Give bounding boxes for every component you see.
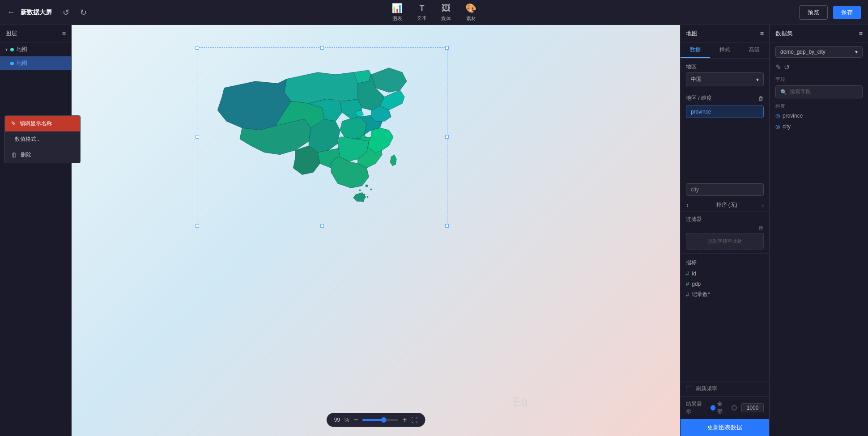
- back-button[interactable]: ←: [7, 8, 15, 17]
- metric-hash-2: #: [686, 280, 689, 287]
- svg-point-3: [370, 188, 372, 190]
- svg-point-5: [362, 200, 364, 202]
- layer-dot-blue: [10, 62, 14, 65]
- layer-dot-teal: [10, 48, 14, 51]
- dim-section-label: 维度: [770, 100, 868, 110]
- refresh-label: 刷新频率: [696, 385, 717, 393]
- resize-bm[interactable]: [320, 224, 324, 228]
- tab-data[interactable]: 数据: [681, 42, 710, 58]
- dataset-title: 数据集: [775, 30, 793, 38]
- filter-delete-icon[interactable]: 🗑: [758, 225, 764, 231]
- dataset-name: demo_gdp_by_city: [780, 49, 825, 55]
- tab-advanced[interactable]: 高级: [740, 42, 769, 58]
- resize-bl[interactable]: [196, 224, 199, 228]
- zoom-slider-thumb[interactable]: [381, 417, 387, 423]
- dim-section-header: 地区 / 维度 🗑: [681, 91, 769, 106]
- refresh-section: 刷新频率: [681, 381, 769, 396]
- context-format-label: 数值格式...: [15, 135, 41, 143]
- city-dim-input[interactable]: city: [686, 183, 764, 196]
- tool-text-label: 文本: [417, 15, 427, 21]
- context-menu-delete[interactable]: 🗑 删除: [5, 147, 80, 163]
- ds-field-province[interactable]: ◎ province: [770, 110, 868, 121]
- region-label: 地区: [681, 59, 769, 72]
- region-value: 中国: [691, 76, 702, 83]
- map-panel-menu[interactable]: ≡: [760, 30, 764, 37]
- dataset-actions: ✎ ↺: [770, 61, 868, 73]
- resize-br[interactable]: [445, 224, 449, 228]
- result-num-input[interactable]: [741, 403, 764, 412]
- metric-id-label: id: [692, 271, 696, 277]
- redo-button[interactable]: ↻: [78, 6, 89, 19]
- radio-num-dot: [732, 405, 737, 411]
- result-num-radio[interactable]: [732, 405, 737, 411]
- result-all-radio[interactable]: 全部: [711, 400, 727, 415]
- main-area: 图层 ≡ ▾ 地图 ▾ 地图: [0, 25, 868, 436]
- undo-button[interactable]: ↺: [61, 6, 71, 19]
- dataset-header: 数据集 ≡: [770, 25, 868, 42]
- context-menu-edit[interactable]: ✎ 编辑显示名称: [5, 116, 80, 131]
- tool-media-label: 媒体: [441, 15, 451, 22]
- layer-panel-header: 图层 ≡: [0, 25, 71, 42]
- save-button[interactable]: 保存: [833, 6, 861, 19]
- dataset-edit-button[interactable]: ✎: [775, 63, 781, 72]
- canvas-area[interactable]: Ea 99 % − + ⛶: [72, 25, 680, 436]
- svg-point-2: [364, 194, 366, 195]
- zoom-out-button[interactable]: −: [354, 416, 358, 424]
- assets-icon: 🎨: [465, 3, 477, 13]
- topbar-right: 预览 保存: [799, 5, 861, 20]
- sort-arrow: ›: [762, 203, 764, 208]
- media-icon: 🖼: [442, 3, 451, 13]
- metric-id: # id: [681, 268, 769, 279]
- refresh-checkbox[interactable]: [686, 386, 692, 392]
- ds-field-city[interactable]: ◎ city: [770, 121, 868, 132]
- metric-count: # 记录数*: [681, 289, 769, 300]
- layer-menu-icon[interactable]: ≡: [62, 30, 66, 37]
- fullscreen-icon[interactable]: ⛶: [411, 416, 417, 423]
- update-chart-button[interactable]: 更新图表数据: [681, 419, 769, 436]
- dataset-panel: 数据集 ≡ demo_gdp_by_city ▾ ✎ ↺ 字段 🔍 搜索字段 维…: [770, 25, 868, 436]
- zoom-slider[interactable]: [362, 419, 398, 421]
- svg-point-1: [359, 189, 361, 191]
- map-component[interactable]: [197, 47, 447, 226]
- sort-icon: ↕: [686, 202, 689, 208]
- field-search[interactable]: 🔍 搜索字段: [775, 85, 863, 98]
- sort-row[interactable]: ↕ 排序 (无) ›: [681, 199, 769, 212]
- tab-style[interactable]: 样式: [710, 42, 740, 58]
- layer-name-parent: 地图: [17, 46, 27, 53]
- dataset-menu-icon[interactable]: ≡: [859, 30, 863, 37]
- page-title: 新数据大屏: [21, 8, 52, 17]
- layer-item-map-parent[interactable]: ▾ 地图: [0, 42, 71, 56]
- resize-mr[interactable]: [445, 135, 449, 139]
- delete-icon: 🗑: [11, 152, 17, 158]
- result-row: 结果展示 全部: [681, 396, 769, 419]
- filter-drop-zone[interactable]: 拖动字段至此处: [686, 233, 764, 250]
- resize-ml[interactable]: [196, 135, 199, 139]
- tool-assets[interactable]: 🎨 素材: [465, 3, 477, 22]
- dim-delete-icon[interactable]: 🗑: [758, 95, 764, 102]
- province-dim-input[interactable]: province: [686, 106, 764, 118]
- resize-tl[interactable]: [196, 46, 199, 50]
- resize-tr[interactable]: [445, 46, 449, 50]
- resize-tm[interactable]: [320, 46, 324, 50]
- region-select[interactable]: 中国 ▾: [686, 72, 764, 86]
- metric-count-label: 记录数*: [692, 291, 710, 298]
- zoom-bar: 99 % − + ⛶: [327, 413, 425, 427]
- tool-chart-label: 图表: [392, 15, 402, 22]
- tool-text[interactable]: T 文本: [417, 4, 427, 21]
- layer-item-map-child[interactable]: ▾ 地图: [0, 56, 71, 70]
- tool-media[interactable]: 🖼 媒体: [441, 3, 451, 22]
- canvas-bottom-text: Ea: [513, 395, 528, 409]
- context-edit-label: 编辑显示名称: [20, 120, 52, 127]
- context-menu-format[interactable]: 数值格式...: [5, 131, 80, 147]
- zoom-in-button[interactable]: +: [403, 416, 407, 424]
- preview-button[interactable]: 预览: [799, 5, 828, 20]
- field-section-label: 字段: [770, 73, 868, 84]
- dataset-select[interactable]: demo_gdp_by_city ▾: [775, 46, 863, 58]
- field-city-name: city: [783, 123, 791, 130]
- tool-chart[interactable]: 📊 图表: [391, 3, 403, 22]
- svg-point-0: [366, 184, 368, 187]
- context-menu: ✎ 编辑显示名称 数值格式... 🗑 删除: [4, 115, 81, 163]
- dataset-refresh-button[interactable]: ↺: [784, 63, 790, 72]
- spacer: [681, 304, 769, 381]
- chart-icon: 📊: [391, 3, 403, 13]
